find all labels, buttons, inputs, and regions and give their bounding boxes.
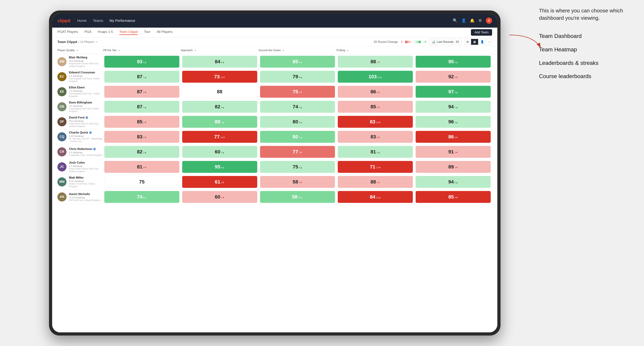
edit-icon[interactable]: ✏ [96, 40, 98, 43]
subnav-tour[interactable]: Tour [144, 30, 150, 35]
score-delta: 1▼ [376, 61, 380, 64]
subnav-pga[interactable]: PGA [84, 30, 92, 35]
view-avatar-button[interactable]: 👤 [478, 39, 486, 45]
score-delta: 8▲ [221, 166, 224, 169]
player-name[interactable]: David Ford✓ [69, 116, 103, 119]
add-team-button[interactable]: Add Team [471, 29, 492, 36]
score-cell: 584▼ [260, 176, 335, 188]
last-rounds-button[interactable]: 📊 Last Rounds: 20 [429, 39, 462, 45]
score-delta: 6▲ [221, 61, 224, 64]
player-name[interactable]: Elliot Ebert [69, 86, 103, 89]
subnav-team-clippd[interactable]: Team Clippd [119, 30, 138, 35]
view-more-button[interactable]: ↕ [486, 39, 492, 45]
table-row[interactable]: ANAaron Nicholls11-15 HandicapDrift Golf… [52, 189, 497, 204]
player-avatar: EE [58, 87, 66, 96]
arrow-indicator [506, 31, 544, 52]
table-row[interactable]: EEElliot Ebert1-5 HandicapSunningdale Go… [52, 84, 497, 99]
score-delta: 1▼ [221, 196, 224, 199]
player-info: EEElliot Ebert1-5 HandicapSunningdale Go… [58, 86, 103, 98]
score-cell: 941▲ [416, 101, 491, 113]
score-cell: 753▼ [260, 86, 335, 98]
player-info: DFDavid Ford✓Plus HandicapRoyal North De… [58, 116, 103, 128]
menu-item-3: Course leaderboards [539, 72, 630, 80]
score-value: 88 [217, 89, 222, 95]
score-cell: 836▼ [338, 131, 413, 143]
table-row[interactable]: BMBlair McHargPlus HandicapRoyal North D… [52, 54, 497, 69]
score-value: 85 [370, 104, 376, 110]
subnav-hcaps[interactable]: Hcaps 1-5 [98, 30, 113, 35]
score-value: 80 [292, 119, 298, 125]
score-delta: 3▼ [143, 91, 147, 94]
player-club: Royal North Devon Golf Club, United King… [69, 168, 103, 173]
nav-teams[interactable]: Teams [93, 19, 103, 23]
player-handicap: 1-5 Handicap [69, 75, 103, 77]
score-value: 93 [137, 59, 142, 64]
score-delta: 3▲ [143, 151, 147, 154]
table-row[interactable]: MMMatt Miller6-10 HandicapWoburn Golf Cl… [52, 174, 497, 189]
score-cell: 8310▼ [338, 116, 413, 128]
settings-icon[interactable]: ⚙ [478, 18, 482, 23]
score-cell: 913▼ [416, 146, 491, 158]
player-info: ANAaron Nicholls11-15 HandicapDrift Golf… [58, 192, 103, 201]
score-value: 88 [370, 59, 376, 64]
score-value: 82 [215, 104, 220, 110]
subnav-all-players[interactable]: All Players [157, 30, 172, 35]
user-icon[interactable]: 👤 [461, 18, 466, 23]
table-row[interactable]: CRChris Robertson✓1-5 HandicapCraigmilla… [52, 144, 497, 159]
player-club: Craigmillar Park, United Kingdom [69, 154, 102, 156]
player-name[interactable]: Charlie Quick✓ [69, 131, 103, 134]
table-row[interactable]: JCJosh Coles1-5 HandicapRoyal North Devo… [52, 159, 497, 174]
score-value: 86 [448, 134, 454, 140]
bell-icon[interactable]: 🔔 [470, 18, 474, 23]
player-avatar: CQ [58, 132, 66, 141]
menu-item-1: Team Heatmap [539, 46, 630, 53]
nav-my-performance[interactable]: My Performance [110, 19, 135, 23]
player-handicap: 1-5 Handicap [69, 105, 103, 107]
score-value: 60 [215, 194, 220, 200]
table-row[interactable]: ECEdward Crossman1-5 HandicapSunningdale… [52, 69, 497, 84]
table-row[interactable]: CQCharlie Quick✓6-10 HandicapSt. George'… [52, 129, 497, 144]
score-cell: 752▲ [260, 161, 335, 173]
annotation-text: This is where you can choose which dashb… [539, 7, 630, 22]
player-club: Royal North Devon Golf Club, United King… [69, 122, 103, 128]
legend-neg: -5 [400, 40, 403, 43]
score-value: 84 [215, 59, 220, 64]
table-row[interactable]: DFDavid Ford✓Plus HandicapRoyal North De… [52, 114, 497, 129]
player-name[interactable]: Chris Robertson✓ [69, 147, 102, 151]
avatar[interactable]: U [486, 17, 492, 24]
player-name[interactable]: Blair McHarg [69, 56, 103, 59]
search-icon[interactable]: 🔍 [453, 18, 458, 23]
nav-home[interactable]: Home [77, 19, 86, 23]
player-info: MMMatt Miller6-10 HandicapWoburn Golf Cl… [58, 176, 103, 188]
player-name[interactable]: Aaron Nicholls [69, 192, 100, 196]
score-value: 81 [370, 149, 376, 155]
sort-arrow-tee: ▼ [118, 49, 120, 52]
score-cell: 799▲ [260, 71, 335, 83]
score-cell: 7311▼ [182, 71, 257, 83]
score-cell: 773▼ [260, 146, 335, 158]
score-value: 58 [292, 194, 298, 200]
player-name[interactable]: Dave Billingham [69, 101, 103, 104]
view-grid-button[interactable]: ⊞ [464, 39, 471, 45]
player-info: DBDave Billingham1-5 HandicapGog Magog G… [58, 101, 103, 113]
score-delta: 2▲ [221, 151, 224, 154]
score-cell: 814▲ [338, 146, 413, 158]
score-cell: 741▲ [260, 101, 335, 113]
subnav-pgat[interactable]: PGAT Players [58, 30, 78, 35]
table-row[interactable]: DBDave Billingham1-5 HandicapGog Magog G… [52, 99, 497, 114]
score-cell: 613▼ [182, 176, 257, 188]
score-delta: 8▼ [454, 136, 458, 139]
score-delta: 11▼ [376, 166, 381, 169]
player-name[interactable]: Josh Coles [69, 161, 103, 165]
score-delta: 4▲ [143, 61, 147, 64]
score-cell: 5810▲ [260, 191, 335, 203]
player-name[interactable]: Matt Miller [69, 176, 103, 179]
tablet-screen: clippd Home Teams My Performance 🔍 👤 🔔 ⚙… [52, 14, 497, 332]
sort-arrow: ▼ [76, 49, 78, 52]
player-name[interactable]: Edward Crossman [69, 71, 103, 74]
player-avatar: DF [58, 117, 66, 126]
score-value: 60 [215, 149, 220, 155]
view-heatmap-button[interactable]: ▦ [471, 39, 478, 45]
team-header: Team Clippd | 14 Players ✏ 20 Round Chan… [52, 37, 497, 46]
player-info: BMBlair McHargPlus HandicapRoyal North D… [58, 56, 103, 67]
